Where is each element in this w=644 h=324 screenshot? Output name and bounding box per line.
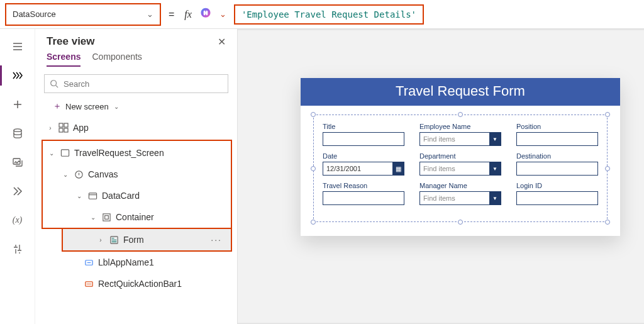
svg-point-0 <box>14 129 21 131</box>
tree-node-lbl[interactable]: LblAppName1 <box>35 252 237 273</box>
search-icon <box>50 79 58 88</box>
search-box[interactable] <box>44 74 228 93</box>
tree-label: Form <box>123 235 144 245</box>
tree-node-container[interactable]: ⌄ Container <box>43 206 231 228</box>
field-label: Date <box>323 152 404 160</box>
insert-icon[interactable] <box>11 98 24 111</box>
combo-input[interactable]: Find items▼ <box>419 132 501 146</box>
fx-icon: fx <box>182 9 194 20</box>
text-input[interactable] <box>323 191 404 205</box>
tree-view-icon[interactable] <box>11 69 24 82</box>
app-preview: Travel Request Form Title Employee Name <box>301 78 620 236</box>
combo-input[interactable]: Find items▼ <box>419 191 501 205</box>
svg-rect-6 <box>64 128 68 132</box>
field-title: Title <box>323 123 404 146</box>
left-rail: (x) <box>0 29 35 324</box>
svg-rect-9 <box>89 193 96 198</box>
resize-handle[interactable] <box>311 166 316 171</box>
tab-components[interactable]: Components <box>92 52 142 67</box>
svg-rect-5 <box>59 128 63 132</box>
screen-icon <box>59 147 70 159</box>
svg-rect-7 <box>61 149 69 155</box>
resize-handle[interactable] <box>458 220 463 225</box>
chevron-down-icon: ▼ <box>489 162 501 175</box>
field-label: Manager Name <box>419 182 501 189</box>
text-input[interactable] <box>516 162 598 176</box>
calendar-icon: ▦ <box>392 162 404 175</box>
tree-node-form[interactable]: › Form ··· <box>63 229 231 250</box>
field-label: Position <box>516 123 598 130</box>
resize-handle[interactable] <box>311 112 316 117</box>
resize-handle[interactable] <box>605 220 610 225</box>
formula-value[interactable]: 'Employee Travel Request Details' <box>234 4 424 25</box>
svg-point-2 <box>51 81 57 86</box>
media-icon[interactable] <box>11 156 24 169</box>
tree-label: Container <box>116 212 154 222</box>
svg-rect-15 <box>86 282 91 285</box>
chevron-down-icon: ⌄ <box>89 214 97 221</box>
hamburger-icon[interactable] <box>11 40 24 53</box>
tree-label: TravelRequest_Screen <box>74 148 164 158</box>
highlight-form-node: › Form ··· <box>62 228 232 252</box>
formula-bar: DataSource ⌄ = fx ⌄ 'Employee Travel Req… <box>0 0 644 29</box>
svg-rect-3 <box>59 123 63 127</box>
field-destination: Destination <box>516 152 598 176</box>
copilot-icon[interactable] <box>199 7 212 21</box>
resize-handle[interactable] <box>605 112 610 117</box>
field-manager-name: Manager Name Find items▼ <box>419 182 501 205</box>
form-grid: Title Employee Name Find items▼ Position… <box>323 123 598 205</box>
property-selector[interactable]: DataSource ⌄ <box>5 3 161 26</box>
resize-handle[interactable] <box>311 220 316 225</box>
chevron-down-icon: ⌄ <box>114 103 119 110</box>
equals-icon: = <box>166 9 177 20</box>
text-input[interactable] <box>323 132 404 146</box>
new-screen-label: New screen <box>65 102 109 111</box>
new-screen-button[interactable]: ＋ New screen ⌄ <box>35 97 237 115</box>
form-selected[interactable]: Title Employee Name Find items▼ Position… <box>313 115 608 222</box>
field-department: Department Find items▼ <box>419 152 501 176</box>
svg-rect-10 <box>103 213 109 220</box>
text-input[interactable] <box>516 191 598 205</box>
field-position: Position <box>516 123 598 146</box>
variables-icon[interactable]: (x) <box>11 214 24 226</box>
tools-icon[interactable] <box>11 243 24 255</box>
app-title: Travel Request Form <box>301 78 620 106</box>
more-icon[interactable]: ··· <box>211 235 222 245</box>
resize-handle[interactable] <box>458 112 463 117</box>
chevron-down-icon[interactable]: ⌄ <box>217 9 229 19</box>
chevron-down-icon: ▼ <box>489 192 501 204</box>
tree-node-screen[interactable]: ⌄ TravelRequest_Screen <box>43 142 231 164</box>
field-login-id: Login ID <box>516 182 598 205</box>
tree-node-datacard[interactable]: ⌄ DataCard <box>43 185 231 206</box>
text-input[interactable] <box>516 132 598 146</box>
power-automate-icon[interactable] <box>11 185 24 198</box>
rectangle-icon <box>83 278 94 289</box>
tree-node-rect[interactable]: RectQuickActionBar1 <box>35 273 237 294</box>
resize-handle[interactable] <box>605 166 610 171</box>
close-icon[interactable]: ✕ <box>218 36 226 48</box>
field-employee-name: Employee Name Find items▼ <box>419 123 501 146</box>
date-input[interactable]: 12/31/2001▦ <box>323 162 404 176</box>
combo-input[interactable]: Find items▼ <box>419 162 501 176</box>
field-label: Login ID <box>516 182 598 189</box>
tree-label: RectQuickActionBar1 <box>98 279 182 289</box>
svg-rect-4 <box>64 123 68 127</box>
chevron-down-icon: ⌄ <box>75 193 83 199</box>
tree-view-panel: Tree view ✕ Screens Components ＋ New scr… <box>35 29 238 324</box>
field-label: Destination <box>516 152 598 160</box>
panel-tabs: Screens Components <box>35 52 237 68</box>
field-label: Travel Reason <box>323 182 404 189</box>
search-input[interactable] <box>64 79 223 89</box>
tree-label: LblAppName1 <box>98 257 154 267</box>
plus-icon: ＋ <box>53 101 62 112</box>
chevron-down-icon: ⌄ <box>62 171 69 178</box>
tree-label: App <box>73 123 89 133</box>
tree-node-canvas[interactable]: ⌄ Canvas <box>43 164 231 185</box>
placeholder: Find items <box>420 165 455 172</box>
tab-screens[interactable]: Screens <box>47 52 80 67</box>
data-icon[interactable] <box>11 127 24 140</box>
property-name: DataSource <box>13 9 56 19</box>
chevron-right-icon: › <box>47 125 54 131</box>
canvas-stage[interactable]: Travel Request Form Title Employee Name <box>238 29 644 324</box>
tree-node-app[interactable]: › App <box>35 117 237 138</box>
